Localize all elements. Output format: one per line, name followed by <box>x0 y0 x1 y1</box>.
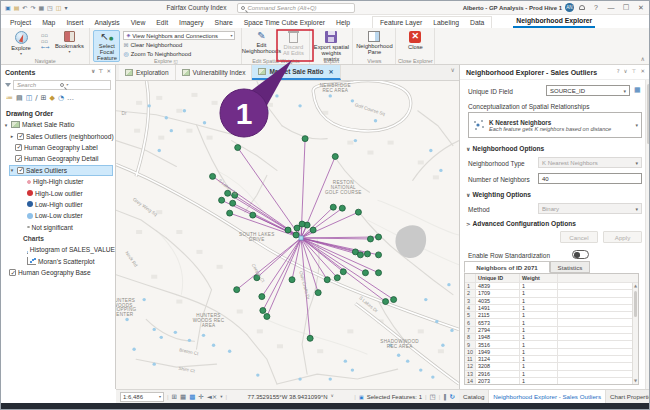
tree-item-human-geography-detail[interactable]: Human Geography Detail <box>1 153 115 164</box>
undo-icon[interactable]: ↶ <box>22 5 27 11</box>
neighbor-point[interactable] <box>260 308 266 314</box>
neighbor-point[interactable] <box>367 236 373 242</box>
scale-dropdown[interactable]: 1:6,486 ▾ <box>120 392 164 402</box>
contextual-tab-data[interactable]: Data <box>469 17 485 28</box>
neighbor-point[interactable] <box>391 297 397 303</box>
status-overflow-icon[interactable]: ▾ <box>220 394 222 399</box>
layer-checkbox[interactable] <box>15 155 22 162</box>
locate-tool-icon[interactable]: ◳ <box>47 5 53 11</box>
tree-item-sales-outliers-neighborhood[interactable]: ▸Sales Outliers (neighborhood) <box>1 130 115 141</box>
neighbor-point[interactable] <box>339 205 345 211</box>
collapse-icon[interactable]: ▾ <box>9 167 15 173</box>
table-row[interactable]: 1420731 <box>465 378 638 385</box>
table-row[interactable]: 935161 <box>465 341 638 348</box>
neighbor-point[interactable] <box>376 252 382 258</box>
pause-drawing-icon[interactable]: ‖ <box>443 393 446 401</box>
save-icon[interactable]: ▣ <box>5 5 11 11</box>
tree-item-not-significant[interactable]: Not significant <box>1 222 115 233</box>
filter-icon[interactable] <box>5 83 11 87</box>
pane-help-icon[interactable]: ? <box>617 69 620 75</box>
neighbor-point[interactable] <box>259 294 265 300</box>
neighbor-point[interactable] <box>364 251 370 257</box>
contextual-tab-feature-layer[interactable]: Feature Layer <box>379 17 423 28</box>
neighbors-table[interactable]: Unique IDWeight1483912170913403514149115… <box>464 273 639 385</box>
neighbor-point[interactable] <box>357 252 363 258</box>
focal-feature-point[interactable] <box>299 236 303 240</box>
toolbar-overflow-icon[interactable]: … <box>67 94 74 102</box>
pane-tab-catalog[interactable]: Catalog <box>459 390 489 403</box>
tree-item-low-high-outlier[interactable]: Low-High outlier <box>1 199 115 210</box>
open-project-icon[interactable]: ▤ <box>14 5 20 11</box>
pane-menu-icon[interactable]: ∨ <box>624 69 628 75</box>
grid-icon[interactable]: ▦ <box>180 393 186 401</box>
layer-checkbox[interactable] <box>15 144 22 151</box>
menu-tab-map[interactable]: Map <box>41 17 56 28</box>
neighbor-point[interactable] <box>264 313 270 319</box>
neighbor-point[interactable] <box>324 277 330 283</box>
pane-close-icon[interactable]: ✕ <box>640 69 645 75</box>
view-tab-vulnerability-index[interactable]: Vulnerability Index <box>176 65 253 80</box>
menu-tab-view[interactable]: View <box>130 17 147 28</box>
neighbor-point[interactable] <box>310 227 316 233</box>
neighbor-point[interactable] <box>294 225 300 231</box>
neighbor-point[interactable] <box>330 204 336 210</box>
tree-item-moran-s-scatterplot[interactable]: Moran's Scatterplot <box>1 256 115 267</box>
menu-tab-analysis[interactable]: Analysis <box>93 17 120 28</box>
tree-item-human-geography-base[interactable]: Human Geography Base <box>1 267 115 278</box>
section-advanced-options[interactable]: >Advanced Configuration Options <box>466 220 576 227</box>
number-of-neighbors-input[interactable]: 40 <box>538 173 642 184</box>
tree-item-low-low-cluster[interactable]: Low-Low cluster <box>1 210 115 221</box>
menu-tab-share[interactable]: Share <box>214 17 234 28</box>
table-row[interactable]: 217091 <box>465 290 638 297</box>
menu-tab-space-time-cube-explorer[interactable]: Space Time Cube Explorer <box>243 17 326 28</box>
fullscreen-icon[interactable]: ◳ <box>430 393 436 401</box>
neighbor-point[interactable] <box>376 270 382 276</box>
qat-dropdown-icon[interactable]: ▾ <box>64 5 67 11</box>
menu-tab-imagery[interactable]: Imagery <box>178 17 205 28</box>
table-row[interactable]: 819481 <box>465 334 638 341</box>
avatar[interactable]: AN <box>565 3 574 12</box>
expand-icon[interactable]: ▸ <box>9 133 15 139</box>
tree-item-high-high-cluster[interactable]: High-High cluster <box>1 176 115 187</box>
neighbor-point[interactable] <box>235 145 241 151</box>
view-tab-market-sale-ratio[interactable]: Market Sale Ratio✕ <box>252 65 340 80</box>
map-canvas[interactable]: NEWBRIDGEREC AREAGolf Course SqRESTONNAT… <box>116 81 459 389</box>
neighbor-point[interactable] <box>285 227 291 233</box>
redo-icon[interactable]: ↷ <box>30 5 35 11</box>
conceptualization-dropdown[interactable]: K Nearest Neighbors Each feature gets K … <box>468 112 642 138</box>
menu-tab-edit[interactable]: Edit <box>155 17 169 28</box>
view-tab-exploration[interactable]: Exploration <box>119 65 176 80</box>
section-neighborhood-options[interactable]: ∨Neighborhood Options <box>466 145 544 152</box>
neighbor-point[interactable] <box>376 234 382 240</box>
contextual-tab-labeling[interactable]: Labeling <box>432 17 460 28</box>
list-by-editing-icon[interactable]: ∕ <box>35 94 37 102</box>
menu-tab-help[interactable]: Help <box>335 17 351 28</box>
refresh-icon[interactable]: ↻ <box>450 393 455 401</box>
add-selection-icon[interactable]: ⊞ <box>172 393 177 401</box>
contents-pin-icon[interactable]: ⊤ <box>98 69 103 75</box>
mute-icon[interactable]: ◄× <box>207 393 217 401</box>
neighbor-point[interactable] <box>289 277 295 283</box>
menu-tab-insert[interactable]: Insert <box>65 17 84 28</box>
navigate-mini-tools[interactable]: ▫▫▫▫←→ <box>41 30 49 50</box>
crosshair-icon[interactable]: ✛ <box>198 393 203 401</box>
ribbon-collapse-icon[interactable]: ∧ <box>641 56 645 62</box>
neighbor-point[interactable] <box>307 335 313 341</box>
list-by-labeling-icon[interactable]: ◆ <box>49 94 54 102</box>
command-search-input[interactable]: Command Search (Alt+Q) <box>237 3 355 13</box>
coordinates-readout[interactable]: 77.3529155°W 38.9431099°N ∨ <box>248 394 334 400</box>
list-by-drawing-order-icon[interactable]: ≔ <box>6 94 13 102</box>
tree-item-histogram-of-sales-value[interactable]: Histogram of SALES_VALUE <box>1 244 115 255</box>
table-row[interactable]: 148391 <box>465 283 638 290</box>
tree-item-sales-outliers[interactable]: ▾Sales Outliers <box>1 165 115 176</box>
neighbor-point[interactable] <box>230 200 236 206</box>
layer-checkbox[interactable] <box>17 133 24 140</box>
explore-button[interactable]: Explore▾ <box>4 30 38 56</box>
list-by-charts-icon[interactable]: ◔ <box>58 94 64 102</box>
neighbor-point[interactable] <box>210 173 216 179</box>
neighbor-point[interactable] <box>315 290 321 296</box>
table-row[interactable]: 340351 <box>465 298 638 305</box>
maximize-button[interactable]: □ <box>620 4 632 11</box>
section-weighting-options[interactable]: ∨Weighting Options <box>466 191 531 198</box>
table-row[interactable]: 665731 <box>465 319 638 326</box>
